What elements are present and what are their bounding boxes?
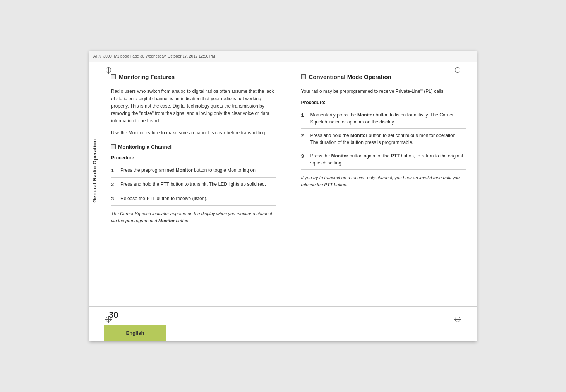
language-tab: English <box>104 325 166 341</box>
heading-icon-right <box>301 74 306 79</box>
left-step-list: 1 Press the preprogrammed Monitor button… <box>111 164 276 206</box>
right-section-title: Conventional Mode Operation <box>309 74 391 80</box>
crosshair-bottom-center <box>280 318 286 325</box>
heading-icon-subsection <box>111 144 116 149</box>
left-intro-2: Use the Monitor feature to make sure a c… <box>111 129 276 137</box>
heading-icon-left <box>111 74 116 79</box>
header-text: APX_3000_M1.book Page 30 Wednesday, Octo… <box>93 54 215 58</box>
right-step-3-text: Press the Monitor button again, or the P… <box>310 152 466 166</box>
left-step-1-number: 1 <box>111 167 120 175</box>
left-step-2-number: 2 <box>111 181 120 188</box>
crosshair-bottom-right <box>454 316 461 323</box>
right-intro: Your radio may be preprogrammed to recei… <box>301 88 466 95</box>
main-content: Monitoring Features Radio users who swit… <box>100 62 477 306</box>
footer: 30 English <box>89 306 477 341</box>
left-step-2: 2 Press and hold the PTT button to trans… <box>111 178 276 192</box>
left-section-heading: Monitoring Features <box>111 74 276 82</box>
right-italic-note: If you try to transmit on a receive-only… <box>301 175 466 188</box>
left-subsection-heading: Monitoring a Channel <box>111 144 276 151</box>
left-step-3-number: 3 <box>111 195 120 203</box>
right-step-1-text: Momentarily press the Monitor button to … <box>310 111 466 125</box>
language-tab-text: English <box>126 330 144 336</box>
left-subsection-title: Monitoring a Channel <box>118 144 172 150</box>
page-number: 30 <box>109 310 118 320</box>
right-section-heading: Conventional Mode Operation <box>301 74 466 82</box>
left-section-title: Monitoring Features <box>119 74 175 80</box>
left-column: Monitoring Features Radio users who swit… <box>100 62 287 306</box>
header-bar: APX_3000_M1.book Page 30 Wednesday, Octo… <box>89 51 477 62</box>
right-step-2: 2 Press and hold the Monitor button to s… <box>301 129 466 149</box>
left-step-2-text: Press and hold the PTT button to transmi… <box>120 181 266 188</box>
left-italic-note: The Carrier Squelch indicator appears on… <box>111 211 276 224</box>
sidebar-label: General Radio Operation <box>92 139 98 203</box>
left-step-1: 1 Press the preprogrammed Monitor button… <box>111 164 276 178</box>
left-procedure-label: Procedure: <box>111 155 276 161</box>
left-intro-1: Radio users who switch from analog to di… <box>111 88 276 125</box>
left-step-3: 3 Release the PTT button to receive (lis… <box>111 192 276 206</box>
page: APX_3000_M1.book Page 30 Wednesday, Octo… <box>89 51 477 341</box>
right-step-2-text: Press and hold the Monitor button to set… <box>310 132 466 146</box>
sidebar-tab: General Radio Operation <box>89 121 100 221</box>
right-step-list: 1 Momentarily press the Monitor button t… <box>301 108 466 170</box>
right-column: Conventional Mode Operation Your radio m… <box>287 62 477 306</box>
left-step-3-text: Release the PTT button to receive (liste… <box>120 195 208 202</box>
right-step-3-number: 3 <box>301 152 310 160</box>
right-step-2-number: 2 <box>301 132 310 140</box>
right-procedure-label: Procedure: <box>301 100 466 105</box>
right-step-1-number: 1 <box>301 111 310 119</box>
left-step-1-text: Press the preprogrammed Monitor button t… <box>120 167 257 174</box>
right-step-1: 1 Momentarily press the Monitor button t… <box>301 108 466 129</box>
right-step-3: 3 Press the Monitor button again, or the… <box>301 149 466 170</box>
